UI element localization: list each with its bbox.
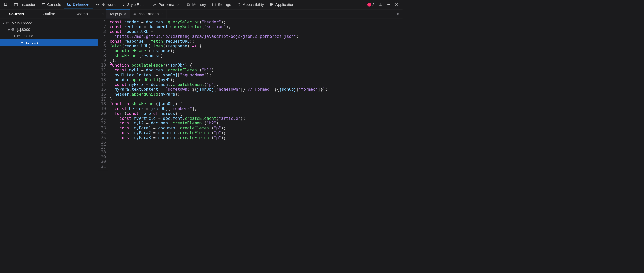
file-tab-script-js[interactable]: script.js✕ [106, 9, 130, 19]
svg-point-16 [213, 3, 215, 4]
meatball-menu-icon[interactable] [386, 2, 390, 7]
close-devtools-icon[interactable] [395, 2, 399, 7]
svg-point-25 [388, 4, 389, 5]
window-icon [5, 21, 10, 25]
thread-label: Main Thread [12, 21, 32, 25]
svg-point-17 [239, 3, 239, 4]
svg-rect-22 [379, 3, 382, 6]
tool-debugger[interactable]: Debugger [64, 0, 93, 9]
svg-rect-1 [14, 3, 18, 6]
tool-memory[interactable]: Memory [184, 0, 209, 9]
debugger-main: ▾ Main Thread ▾ [::]:8000 ▾ testing JS s… [0, 19, 403, 171]
svg-rect-18 [270, 3, 272, 4]
extension-icon [133, 12, 137, 16]
folder-icon [16, 34, 21, 38]
debugger-subbar: SourcesOutlineSearch script.js✕contentsc… [0, 9, 403, 19]
tool-style-editor[interactable]: Style Editor [118, 0, 150, 9]
host-label: [::]:8000 [17, 28, 30, 32]
dock-side-icon[interactable] [378, 2, 382, 7]
error-dot-icon: ! [367, 3, 371, 6]
svg-point-24 [387, 4, 388, 5]
svg-rect-31 [6, 22, 9, 24]
code-area[interactable]: const header = document.querySelector("h… [108, 19, 403, 171]
caret-down-icon: ▾ [13, 34, 16, 38]
pick-element-button[interactable] [1, 0, 11, 9]
host-row[interactable]: ▾ [::]:8000 [0, 26, 98, 33]
source-tab-outline[interactable]: Outline [33, 9, 65, 19]
svg-rect-20 [270, 5, 272, 6]
tab-history-back-icon[interactable] [98, 12, 106, 16]
source-tab-strip: SourcesOutlineSearch [0, 9, 98, 19]
globe-icon [11, 28, 15, 31]
svg-rect-7 [187, 4, 189, 6]
tool-console[interactable]: Console [38, 0, 64, 9]
caret-down-icon: ▾ [7, 28, 11, 32]
error-count: 2 [372, 2, 375, 7]
svg-line-6 [155, 5, 155, 6]
tool-storage[interactable]: Storage [209, 0, 234, 9]
folder-label: testing [23, 34, 33, 38]
tool-inspector[interactable]: Inspector [11, 0, 39, 9]
js-badge: JS [21, 41, 24, 44]
source-tree: ▾ Main Thread ▾ [::]:8000 ▾ testing JS s… [0, 19, 98, 171]
devtools-toolbar: InspectorConsoleDebuggerNetworkStyle Edi… [0, 0, 403, 9]
source-tab-search[interactable]: Search [65, 9, 98, 19]
caret-down-icon: ▾ [2, 21, 6, 25]
svg-rect-29 [101, 13, 103, 15]
svg-rect-30 [397, 13, 400, 15]
line-gutter[interactable]: 1234567891011121314151617181920212223242… [98, 19, 108, 171]
svg-rect-3 [42, 3, 45, 6]
tool-network[interactable]: Network [93, 0, 118, 9]
file-label: script.js [26, 40, 38, 45]
file-row[interactable]: JS script.js [0, 39, 98, 46]
folder-row[interactable]: ▾ testing [0, 33, 98, 39]
svg-point-26 [389, 4, 390, 5]
code-editor[interactable]: 1234567891011121314151617181920212223242… [98, 19, 403, 171]
tool-performance[interactable]: Performance [150, 0, 184, 9]
svg-rect-19 [272, 3, 273, 4]
thread-row[interactable]: ▾ Main Thread [0, 20, 98, 26]
toggle-right-sidebar-icon[interactable] [395, 9, 403, 19]
file-tab-contentscript-js[interactable]: contentscript.js [130, 9, 167, 19]
tool-accessibility[interactable]: Accessibility [234, 0, 267, 9]
file-tab-strip: script.js✕contentscript.js [98, 9, 403, 19]
source-tab-sources[interactable]: Sources [0, 9, 33, 19]
error-badge[interactable]: ! 2 [367, 2, 375, 7]
close-tab-icon[interactable]: ✕ [124, 12, 127, 16]
svg-rect-21 [272, 5, 273, 6]
tool-application[interactable]: Application [267, 0, 297, 9]
